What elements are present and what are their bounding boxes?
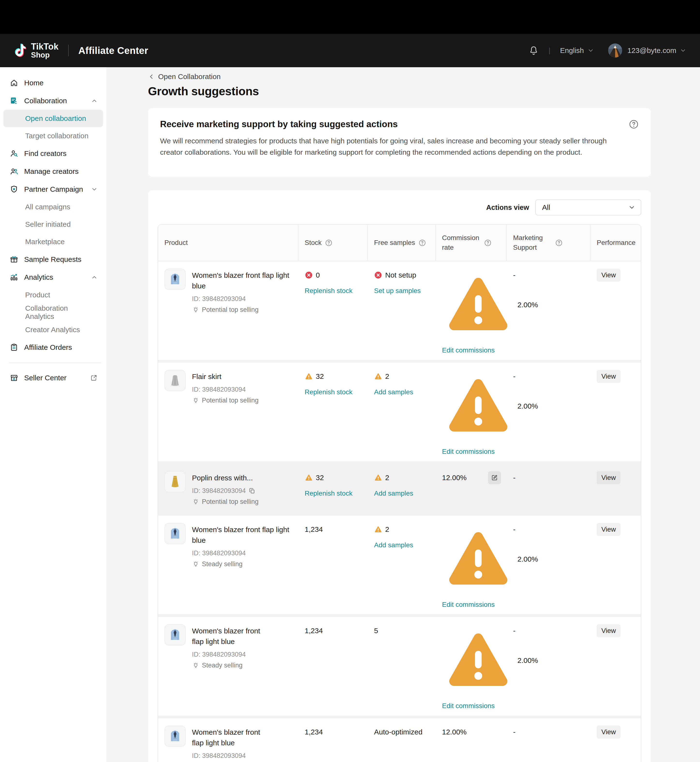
- help-icon[interactable]: [325, 239, 333, 247]
- sidebar-item-open-collaboartion[interactable]: Open collaboartion: [3, 110, 103, 127]
- free-samples-action-link[interactable]: Add samples: [374, 388, 413, 396]
- bell-icon[interactable]: [528, 45, 539, 56]
- product-image: [164, 523, 186, 544]
- view-button[interactable]: View: [597, 471, 620, 484]
- marketing-support-cell: -: [507, 617, 591, 715]
- sidebar-item-find-creators[interactable]: Find creators: [0, 145, 106, 162]
- column-label: Free samples: [374, 239, 415, 247]
- stock-action-link[interactable]: Replenish stock: [305, 388, 353, 396]
- brand-top: TikTok: [31, 42, 58, 51]
- stock-action-link[interactable]: Replenish stock: [305, 490, 353, 497]
- warning-icon: [374, 372, 382, 381]
- commission-action-link[interactable]: Edit commissions: [442, 347, 495, 354]
- sidebar-item-affiliate-orders[interactable]: Affiliate Orders: [0, 339, 106, 356]
- help-icon[interactable]: [555, 239, 562, 247]
- view-button[interactable]: View: [597, 370, 620, 383]
- partner-campaign-icon: [10, 185, 19, 194]
- sidebar-item-seller-initiated[interactable]: Seller initiated: [0, 215, 106, 233]
- sidebar-item-label: Manage creators: [24, 167, 78, 175]
- help-icon[interactable]: [629, 119, 639, 130]
- sidebar-item-marketplace[interactable]: Marketplace: [0, 233, 106, 250]
- product-name: Flair skirt: [192, 371, 258, 382]
- performance-cell: View: [591, 362, 641, 461]
- sidebar-item-collaboration-analytics[interactable]: Collaboration Analytics: [0, 304, 106, 321]
- actions-view-select[interactable]: All: [535, 200, 641, 215]
- product-name: Poplin dress with...: [192, 473, 258, 483]
- marketing-support-value: -: [513, 271, 516, 279]
- sidebar-item-product[interactable]: Product: [0, 286, 106, 304]
- warning-icon: [374, 525, 382, 534]
- stock-value: 1,234: [305, 627, 323, 635]
- sidebar-item-collaboration[interactable]: Collaboration: [0, 92, 106, 110]
- column-header-stock: Stock: [298, 225, 368, 261]
- table-row: Poplin dress with...ID: 398482093094Pote…: [158, 461, 641, 513]
- view-button[interactable]: View: [597, 726, 620, 739]
- lightbulb-icon: [192, 498, 200, 506]
- column-header-free-samples: Free samples: [368, 225, 436, 261]
- sidebar-item-analytics[interactable]: Analytics: [0, 269, 106, 286]
- sidebar-item-creator-analytics[interactable]: Creator Analytics: [0, 321, 106, 339]
- sidebar-item-all-campaigns[interactable]: All campaigns: [0, 198, 106, 215]
- product-tag: Potential top selling: [202, 397, 258, 404]
- commission-value: 12.00%: [442, 728, 467, 736]
- chevron-up-icon: [91, 274, 98, 281]
- performance-cell: View: [591, 718, 641, 762]
- column-label: Product: [164, 239, 188, 247]
- store-icon: [10, 373, 19, 382]
- commission-cell: 2.00%Edit commissions: [436, 617, 507, 715]
- sidebar-item-manage-creators[interactable]: Manage creators: [0, 162, 106, 180]
- language-selector[interactable]: English: [560, 47, 594, 55]
- help-icon[interactable]: [484, 239, 492, 247]
- sidebar-item-partner-campaign[interactable]: Partner Campaign: [0, 180, 106, 198]
- commission-action-link[interactable]: Edit commissions: [442, 601, 495, 609]
- sidebar-item-target-collaboration[interactable]: Target collaboration: [0, 127, 106, 145]
- actions-view-value: All: [542, 203, 550, 212]
- sidebar-item-sample-requests[interactable]: Sample Requests: [0, 250, 106, 269]
- help-icon[interactable]: [419, 239, 426, 247]
- chevron-up-icon: [91, 97, 98, 104]
- stock-cell: 32Replenish stock: [298, 464, 368, 513]
- free-samples-value: 2: [385, 525, 389, 534]
- free-samples-cell: Auto-optimized: [368, 718, 436, 762]
- warning-icon: [305, 473, 313, 482]
- stock-action-link[interactable]: Replenish stock: [305, 287, 353, 295]
- product-image: [164, 370, 186, 391]
- commission-cell: 12.00%: [436, 464, 507, 513]
- free-samples-value: Auto-optimized: [374, 728, 422, 736]
- sidebar-item-home[interactable]: Home: [0, 74, 106, 92]
- free-samples-action-link[interactable]: Set up samples: [374, 287, 421, 295]
- product-name: Women's blazer front flap light blue: [192, 270, 289, 291]
- table-header-row: ProductStockFree samplesCommission rateM…: [158, 225, 641, 261]
- warning-icon: [305, 372, 313, 381]
- stock-cell: 1,234: [298, 718, 368, 762]
- brand-bottom: Shop: [31, 51, 58, 59]
- warning-icon: [442, 624, 514, 697]
- edit-commission-button[interactable]: [488, 471, 501, 484]
- find-creators-icon: [10, 149, 19, 158]
- account-email[interactable]: 123@byte.com: [627, 47, 676, 55]
- free-samples-action-link[interactable]: Add samples: [374, 541, 413, 549]
- marketing-support-cell: -: [507, 718, 591, 762]
- commission-action-link[interactable]: Edit commissions: [442, 448, 495, 456]
- view-button[interactable]: View: [597, 624, 620, 637]
- marketing-support-value: -: [513, 473, 516, 482]
- breadcrumb-label: Open Collaboration: [158, 72, 221, 81]
- sidebar-item-seller-center[interactable]: Seller Center: [0, 369, 106, 387]
- warning-icon: [442, 523, 514, 595]
- sidebar-item-label: Sample Requests: [24, 255, 81, 264]
- view-button[interactable]: View: [597, 269, 620, 282]
- tiktok-logo-icon: [14, 43, 27, 58]
- marketing-support-cell: -: [507, 464, 591, 513]
- chevron-down-icon[interactable]: [680, 47, 686, 54]
- product-cell: Flair skirtID: 398482093094Potential top…: [158, 362, 298, 461]
- avatar[interactable]: [608, 44, 622, 58]
- commission-action-link[interactable]: Edit commissions: [442, 702, 495, 710]
- free-samples-action-link[interactable]: Add samples: [374, 490, 413, 497]
- chevron-left-icon: [148, 73, 155, 80]
- header-right: | English 123@byte.com: [528, 44, 686, 58]
- copy-icon[interactable]: [248, 487, 256, 494]
- warning-icon: [374, 473, 382, 482]
- stock-cell: 32Replenish stock: [298, 362, 368, 461]
- view-button[interactable]: View: [597, 523, 620, 536]
- breadcrumb[interactable]: Open Collaboration: [148, 72, 651, 81]
